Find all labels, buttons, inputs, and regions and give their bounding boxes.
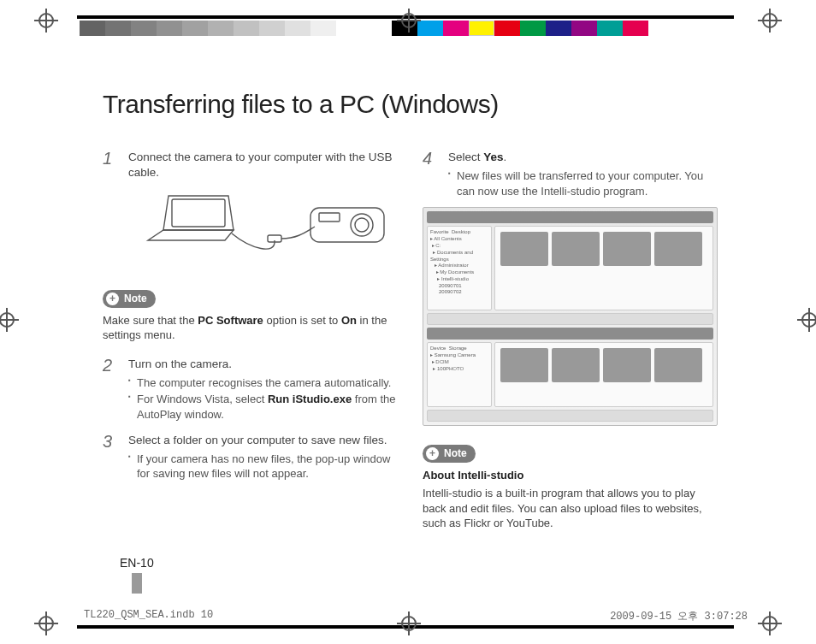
step-subtext: New files will be transferred to your co… [448,168,718,198]
step-number: 3 [103,433,118,483]
svg-rect-0 [172,199,225,227]
svg-point-3 [355,218,369,232]
step-text: Select Yes. [448,150,718,165]
registration-mark-icon [34,9,58,32]
footer-timestamp: 2009-09-15 오후 3:07:28 [610,609,748,623]
step-text: Turn on the camera. [128,357,399,372]
step-subtext: For Windows Vista, select Run iStudio.ex… [128,392,399,422]
note-label: Note [124,292,147,305]
svg-point-2 [351,214,373,236]
registration-mark-icon [758,612,782,635]
step-subtext: The computer recognises the camera autom… [128,375,399,391]
note-heading: About Intelli-studio [423,468,718,483]
plus-icon: + [106,292,119,305]
page-number: EN-10 [120,556,154,594]
step-subtext: If your camera has no new files, the pop… [128,452,399,482]
note-body: Intelli-studio is a built-in program tha… [423,486,718,531]
step-number: 1 [103,150,118,273]
svg-rect-4 [319,213,340,222]
footer-filename: TL220_QSM_SEA.indb 10 [84,609,213,623]
note-badge: + Note [423,445,476,462]
step-text: Select a folder on your computer to save… [128,433,399,448]
step-number: 4 [423,150,438,200]
registration-mark-icon [34,612,58,635]
left-column: 1 Connect the camera to your computer wi… [103,150,399,545]
registration-mark-icon [397,9,421,32]
laptop-camera-diagram [131,189,396,268]
plus-icon: + [426,447,439,460]
right-column: 4 Select Yes. New files will be transfer… [423,150,718,545]
note-badge: + Note [103,290,156,307]
step-number: 2 [103,357,118,424]
intelli-studio-screenshot: Favorite Desktop▸ All Contents ▸ C: ▸ Do… [423,207,718,426]
registration-mark-icon [797,308,816,332]
print-footer: TL220_QSM_SEA.indb 10 2009-09-15 오후 3:07… [84,609,748,623]
registration-mark-icon [0,308,19,332]
note-text: Make sure that the PC Software option is… [103,313,399,343]
page-title: Transferring files to a PC (Windows) [103,90,718,119]
registration-mark-icon [758,9,782,32]
step-text: Connect the camera to your computer with… [128,150,399,180]
note-label: Note [444,446,467,460]
